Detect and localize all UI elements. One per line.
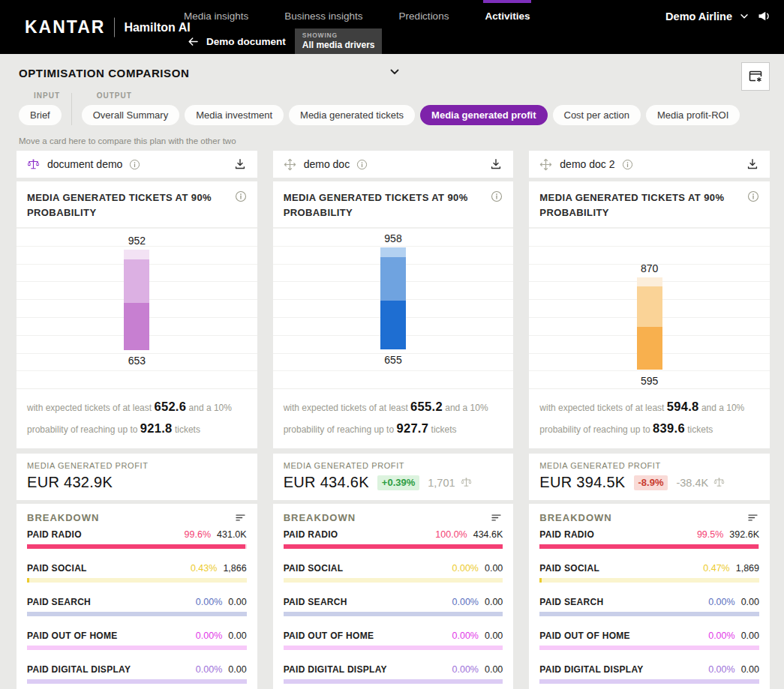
tickets-title: MEDIA GENERATED TICKETS AT 90% PROBABILI…	[539, 190, 728, 220]
arrow-left-icon	[187, 35, 200, 48]
channel-bar-track	[539, 578, 759, 583]
probability-chart: 958655	[273, 228, 514, 389]
breakdown-rows: PAID RADIO99.5%392.6KPAID SOCIAL0.47%1,8…	[539, 529, 759, 689]
channel-bar-track	[539, 646, 759, 650]
bar-max-label: 870	[641, 262, 658, 274]
download-icon	[488, 157, 503, 172]
info-icon[interactable]	[129, 159, 140, 170]
sort-button[interactable]	[490, 511, 503, 524]
expected-tickets-value: 594.8	[667, 400, 699, 413]
brand-divider	[114, 17, 115, 37]
breakdown-card: BREAKDOWN PAID RADIO99.5%392.6KPAID SOCI…	[529, 504, 770, 689]
sort-icon	[746, 511, 759, 524]
channel-bar-track	[284, 612, 503, 616]
channel-value: 434.6K	[473, 529, 503, 540]
breakdown-title: BREAKDOWN	[284, 512, 356, 523]
expected-tickets-value: 652.6	[154, 400, 186, 413]
channel-percent: 0.00%	[452, 597, 479, 607]
bar-segment	[637, 277, 662, 287]
info-icon[interactable]	[356, 159, 368, 170]
channel-value: 0.00	[228, 597, 246, 607]
nav-business-insights[interactable]: Business insights	[283, 0, 364, 26]
breakdown-row: PAID SOCIAL0.00%0.00	[284, 563, 503, 583]
collapse-section-button[interactable]	[389, 66, 401, 80]
channel-label: PAID OUT OF HOME	[27, 631, 118, 641]
download-button[interactable]	[745, 157, 760, 172]
page-title: OPTIMISATION COMPARISON	[19, 67, 189, 79]
channel-value: 0.00	[741, 597, 759, 607]
move-handle[interactable]	[539, 157, 553, 172]
profit-card: MEDIA GENERATED PROFIT EUR 434.6K +0.39%…	[273, 454, 514, 500]
manage-cards-button[interactable]	[741, 62, 770, 91]
document-title: Demo document	[206, 36, 286, 47]
bar-segment	[637, 327, 662, 370]
filter-divider	[71, 93, 72, 125]
sort-button[interactable]	[234, 511, 247, 524]
channel-bar-fill	[27, 544, 245, 549]
bar-min-label: 595	[641, 375, 658, 387]
probability-chart: 952653	[17, 228, 257, 389]
download-button[interactable]	[488, 157, 503, 172]
download-button[interactable]	[233, 157, 248, 172]
product-name: Hamilton AI	[124, 20, 190, 34]
channel-percent: 0.00%	[708, 664, 734, 675]
profit-card: MEDIA GENERATED PROFIT EUR 432.9K	[17, 454, 257, 500]
tab-brief[interactable]: Brief	[19, 105, 62, 125]
channel-bar-fill	[539, 544, 758, 549]
channel-percent: 0.47%	[703, 563, 729, 574]
tab-media-generated-tickets[interactable]: Media generated tickets	[289, 105, 415, 125]
main-content: OPTIMISATION COMPARISON INPUT Brief OUTP…	[0, 64, 784, 689]
output-group-label: OUTPUT	[97, 91, 740, 100]
tab-overall-summary[interactable]: Overall Summary	[82, 105, 179, 125]
megaphone-icon[interactable]	[756, 8, 772, 24]
info-icon[interactable]	[622, 159, 633, 170]
channel-bar-track	[27, 578, 247, 583]
channel-percent: 0.00%	[452, 563, 479, 574]
comparison-grid: document demo MEDIA GENERATED TICKETS AT…	[17, 151, 770, 689]
nav-activities[interactable]: Activities	[483, 0, 531, 26]
upper-tickets-value: 927.7	[396, 421, 428, 435]
tab-media-investment[interactable]: Media investment	[185, 105, 284, 125]
channel-value: 0.00	[741, 631, 759, 641]
channel-bar-track	[284, 578, 503, 583]
info-icon[interactable]	[747, 190, 759, 202]
channel-label: PAID OUT OF HOME	[539, 631, 630, 641]
profit-label: MEDIA GENERATED PROFIT	[27, 461, 247, 470]
probability-bar	[124, 250, 149, 351]
channel-value: 1,869	[736, 563, 759, 574]
profit-value: EUR 432.9K	[27, 474, 113, 491]
output-group: OUTPUT Overall Summary Media investment …	[82, 91, 740, 125]
channel-bar-track	[539, 544, 759, 549]
breakdown-card: BREAKDOWN PAID RADIO99.6%431.0KPAID SOCI…	[17, 504, 257, 689]
move-icon	[539, 157, 553, 172]
section-title-row: OPTIMISATION COMPARISON	[19, 64, 770, 85]
info-icon[interactable]	[491, 190, 503, 202]
breakdown-card: BREAKDOWN PAID RADIO100.0%434.6KPAID SOC…	[273, 504, 514, 689]
breakdown-row: PAID DIGITAL DISPLAY0.00%0.00	[539, 664, 759, 684]
profit-label: MEDIA GENERATED PROFIT	[284, 461, 503, 470]
back-button[interactable]: Demo document	[187, 35, 286, 48]
channel-label: PAID SOCIAL	[27, 563, 87, 574]
sort-button[interactable]	[746, 511, 759, 524]
showing-filter-badge[interactable]: SHOWING All media drivers	[295, 28, 383, 54]
tab-cost-per-action[interactable]: Cost per action	[553, 105, 641, 125]
channel-value: 0.00	[228, 664, 246, 675]
account-menu[interactable]: Demo Airline	[665, 8, 772, 24]
channel-value: 0.00	[485, 597, 503, 607]
breakdown-row: PAID RADIO99.5%392.6K	[539, 529, 759, 549]
profit-delta-abs: -38.4K	[676, 476, 725, 489]
tab-media-generated-profit[interactable]: Media generated profit	[420, 105, 547, 125]
plan-name: demo doc 2	[560, 158, 614, 170]
bar-min-label: 655	[384, 354, 401, 366]
tickets-summary: with expected tickets of at least 594.8 …	[529, 389, 770, 448]
channel-percent: 0.00%	[196, 597, 222, 607]
move-icon	[283, 157, 297, 172]
channel-bar-track	[284, 679, 503, 684]
tab-media-profit-roi[interactable]: Media profit-ROI	[646, 105, 740, 125]
info-icon[interactable]	[235, 190, 247, 202]
channel-label: PAID RADIO	[539, 529, 594, 540]
nav-media-insights[interactable]: Media insights	[182, 0, 250, 26]
channel-percent: 0.00%	[196, 631, 222, 641]
nav-predictions[interactable]: Predictions	[398, 0, 451, 26]
move-handle[interactable]	[283, 157, 297, 172]
